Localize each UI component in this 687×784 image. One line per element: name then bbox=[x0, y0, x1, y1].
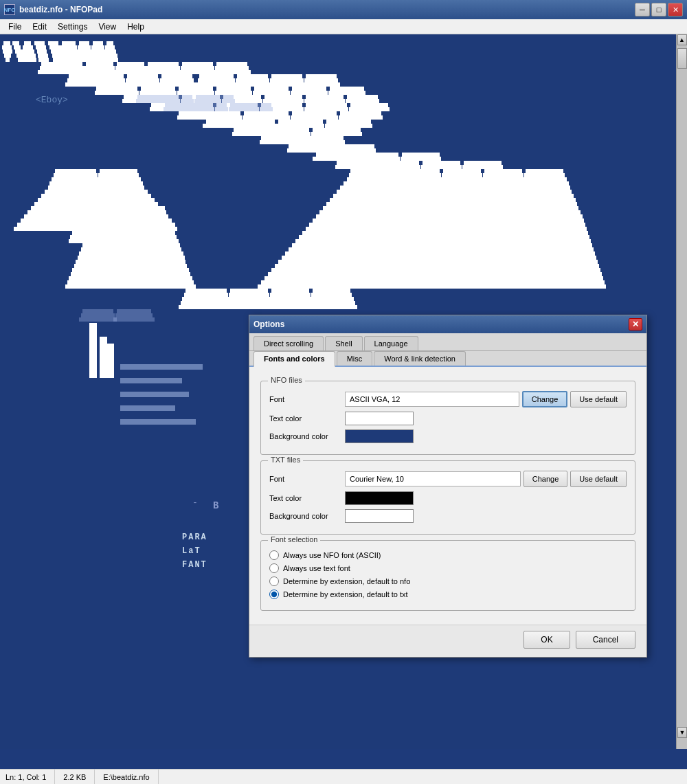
nfo-change-button[interactable]: Change bbox=[522, 391, 568, 407]
app-icon: NFO bbox=[4, 4, 15, 15]
dialog-title: Options bbox=[254, 320, 629, 329]
nfo-text-color-label: Text color bbox=[269, 414, 345, 423]
radio-ext-nfo-label: Determine by extension, default to nfo bbox=[283, 577, 410, 585]
menu-file[interactable]: File bbox=[3, 21, 27, 33]
nfo-bg-color-label: Background color bbox=[269, 432, 345, 440]
menu-edit[interactable]: Edit bbox=[27, 21, 52, 33]
tab-direct-scrolling[interactable]: Direct scrolling bbox=[254, 336, 324, 350]
tab-language[interactable]: Language bbox=[364, 336, 418, 350]
txt-bg-color-label: Background color bbox=[269, 512, 345, 520]
menu-bar: File Edit Settings View Help bbox=[0, 19, 687, 34]
font-selection-radio-group: Always use NFO font (ASCII) Always use t… bbox=[269, 550, 627, 599]
txt-text-color-label: Text color bbox=[269, 494, 345, 502]
nfo-font-label: Font bbox=[269, 395, 345, 403]
nfo-text-fant: FANT bbox=[182, 560, 207, 570]
radio-row-2: Determine by extension, default to nfo bbox=[269, 576, 627, 586]
nfo-group-label: NFO files bbox=[268, 376, 305, 384]
dialog-footer: OK Cancel bbox=[249, 625, 646, 657]
dialog-body: NFO files Font Change Use default Text c… bbox=[249, 367, 646, 625]
radio-nfo-font[interactable] bbox=[269, 550, 279, 560]
nfo-font-input[interactable] bbox=[345, 392, 519, 407]
radio-row-3: Determine by extension, default to txt bbox=[269, 590, 627, 599]
app-title: beatdiz.nfo - NFOPad bbox=[19, 5, 635, 14]
txt-bg-color-row: Background color bbox=[269, 509, 627, 523]
txt-font-input[interactable] bbox=[345, 471, 521, 486]
txt-font-row: Font Change Use default bbox=[269, 471, 627, 487]
nfo-text-dash: - bbox=[192, 497, 198, 508]
status-size: 2.2 KB bbox=[55, 770, 95, 784]
dialog-title-bar: Options ✕ bbox=[249, 315, 646, 333]
nfo-text-para: PARA bbox=[182, 533, 207, 542]
nfo-bg-color-row: Background color bbox=[269, 429, 627, 443]
txt-text-color-swatch[interactable] bbox=[345, 491, 414, 505]
font-selection-label: Font selection bbox=[268, 535, 320, 544]
font-selection-group: Font selection Always use NFO font (ASCI… bbox=[260, 540, 635, 611]
tab-misc[interactable]: Misc bbox=[337, 351, 373, 366]
radio-ext-nfo[interactable] bbox=[269, 576, 279, 586]
txt-use-default-button[interactable]: Use default bbox=[570, 471, 627, 487]
txt-text-color-row: Text color bbox=[269, 491, 627, 505]
radio-text-font[interactable] bbox=[269, 563, 279, 573]
radio-ext-txt-label: Determine by extension, default to txt bbox=[283, 590, 408, 598]
title-bar: NFO beatdiz.nfo - NFOPad ─ □ ✕ bbox=[0, 0, 687, 19]
radio-ext-txt[interactable] bbox=[269, 590, 279, 599]
menu-settings[interactable]: Settings bbox=[52, 21, 93, 33]
nfo-text-color-swatch[interactable] bbox=[345, 412, 414, 425]
tabs-top-row: Direct scrolling Shell Language bbox=[249, 333, 646, 351]
txt-change-button[interactable]: Change bbox=[523, 471, 568, 487]
radio-row-1: Always use text font bbox=[269, 563, 627, 573]
nfo-text-color-row: Text color bbox=[269, 412, 627, 425]
window-controls: ─ □ ✕ bbox=[635, 3, 683, 16]
maximize-button[interactable]: □ bbox=[651, 3, 666, 16]
nfo-files-group: NFO files Font Change Use default Text c… bbox=[260, 381, 635, 455]
nfo-bg-color-swatch[interactable] bbox=[345, 429, 414, 443]
nfo-use-default-button[interactable]: Use default bbox=[570, 391, 627, 407]
txt-files-group: TXT files Font Change Use default Text c… bbox=[260, 460, 635, 535]
minimize-button[interactable]: ─ bbox=[635, 3, 650, 16]
tab-fonts-colors[interactable]: Fonts and colors bbox=[254, 351, 335, 367]
status-position: Ln: 1, Col: 1 bbox=[3, 770, 55, 784]
nfo-viewer[interactable]: <Eboy> - B PARA LaT FANT ▲ ▼ Options ✕ D… bbox=[0, 34, 687, 776]
menu-help[interactable]: Help bbox=[122, 21, 150, 33]
cancel-button[interactable]: Cancel bbox=[576, 631, 635, 649]
radio-nfo-font-label: Always use NFO font (ASCII) bbox=[283, 551, 381, 559]
options-dialog: Options ✕ Direct scrolling Shell Languag… bbox=[249, 315, 647, 658]
tab-shell[interactable]: Shell bbox=[325, 336, 362, 350]
radio-text-font-label: Always use text font bbox=[283, 564, 350, 572]
status-bar: Ln: 1, Col: 1 2.2 KB E:\beatdiz.nfo bbox=[0, 769, 687, 784]
status-filepath: E:\beatdiz.nfo bbox=[95, 770, 158, 784]
tab-word-link[interactable]: Word & link detection bbox=[374, 351, 466, 366]
radio-row-0: Always use NFO font (ASCII) bbox=[269, 550, 627, 560]
tabs-bottom-row: Fonts and colors Misc Word & link detect… bbox=[249, 351, 646, 367]
menu-view[interactable]: View bbox=[93, 21, 122, 33]
nfo-text-b: B bbox=[213, 500, 218, 511]
app-window: NFO beatdiz.nfo - NFOPad ─ □ ✕ File Edit… bbox=[0, 0, 687, 784]
ok-button[interactable]: OK bbox=[523, 631, 570, 649]
txt-group-label: TXT files bbox=[268, 456, 303, 464]
nfo-font-row: Font Change Use default bbox=[269, 391, 627, 407]
scrollbar[interactable]: ▲ ▼ bbox=[676, 34, 687, 749]
txt-bg-color-swatch[interactable] bbox=[345, 509, 414, 523]
txt-font-label: Font bbox=[269, 475, 345, 483]
nfo-text-eboy: <Eboy> bbox=[36, 95, 68, 105]
nfo-text-lat: LaT bbox=[182, 546, 201, 556]
close-button[interactable]: ✕ bbox=[668, 3, 683, 16]
dialog-close-button[interactable]: ✕ bbox=[629, 318, 642, 331]
